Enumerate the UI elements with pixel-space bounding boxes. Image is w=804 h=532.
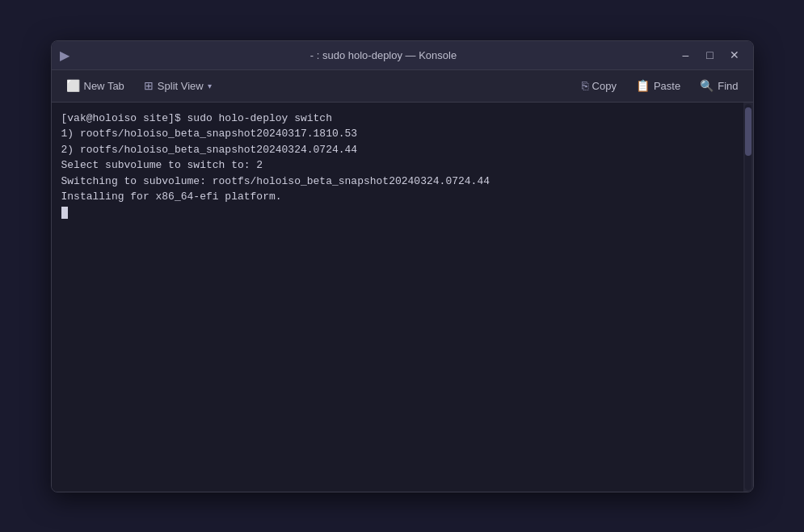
paste-button[interactable]: 📋 Paste xyxy=(628,76,688,95)
split-view-button[interactable]: ⊞ Split View ▾ xyxy=(136,76,220,95)
new-tab-icon: ⬜ xyxy=(66,79,80,92)
title-bar-left: ▶ xyxy=(60,48,92,63)
search-icon: 🔍 xyxy=(700,79,713,92)
find-label: Find xyxy=(718,80,738,92)
maximize-button[interactable]: □ xyxy=(700,46,721,64)
terminal-output[interactable]: [vak@holoiso site]$ sudo holo-deploy swi… xyxy=(52,103,743,492)
window-title: - : sudo holo-deploy — Konsole xyxy=(92,49,676,61)
copy-button[interactable]: ⎘ Copy xyxy=(574,76,625,95)
paste-icon: 📋 xyxy=(636,79,650,92)
scrollbar-track xyxy=(745,104,751,490)
new-tab-label: New Tab xyxy=(84,80,124,92)
scrollbar[interactable] xyxy=(743,103,753,492)
new-tab-button[interactable]: ⬜ New Tab xyxy=(58,76,133,95)
split-view-icon: ⊞ xyxy=(144,79,154,92)
window-controls: – □ ✕ xyxy=(676,46,745,64)
toolbar: ⬜ New Tab ⊞ Split View ▾ ⎘ Copy 📋 Paste … xyxy=(52,70,753,103)
close-button[interactable]: ✕ xyxy=(724,46,745,64)
konsole-window: ▶ - : sudo holo-deploy — Konsole – □ ✕ ⬜… xyxy=(51,40,754,492)
copy-label: Copy xyxy=(592,80,617,92)
find-button[interactable]: 🔍 Find xyxy=(692,76,746,95)
terminal-cursor xyxy=(61,207,68,219)
scrollbar-thumb[interactable] xyxy=(745,107,751,156)
title-bar: ▶ - : sudo holo-deploy — Konsole – □ ✕ xyxy=(52,41,753,70)
chevron-down-icon: ▾ xyxy=(208,82,212,90)
copy-icon: ⎘ xyxy=(582,79,588,92)
terminal-container: [vak@holoiso site]$ sudo holo-deploy swi… xyxy=(52,103,753,492)
split-view-label: Split View xyxy=(158,80,204,92)
minimize-button[interactable]: – xyxy=(676,46,697,64)
paste-label: Paste xyxy=(654,80,680,92)
terminal-icon: ▶ xyxy=(60,48,69,63)
